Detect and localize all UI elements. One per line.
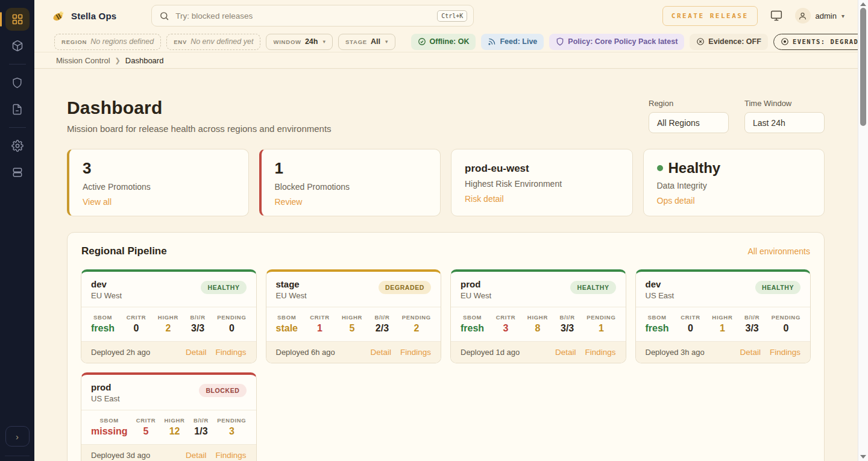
detail-link[interactable]: Detail: [740, 348, 761, 357]
window-filter-pill[interactable]: WINDOW 24h ▾: [266, 34, 333, 50]
scrollbar[interactable]: [858, 0, 868, 461]
stat-col-label: SBOM: [461, 314, 484, 321]
sidebar-divider: [9, 127, 26, 128]
findings-link[interactable]: Findings: [215, 348, 246, 357]
bir-value: 3/3: [744, 323, 760, 334]
scrollbar-down-arrow[interactable]: [860, 455, 866, 459]
pending-value: 1: [587, 323, 615, 334]
bir-value: 3/3: [560, 323, 575, 334]
stat-col-label: HIGHR: [712, 314, 732, 321]
bir-value: 1/3: [193, 426, 209, 437]
deployed-time: Deployed 2h ago: [91, 348, 150, 357]
stat-card-blocked-promotions: 1 Blocked Promotions Review: [259, 149, 441, 216]
user-menu[interactable]: admin ▾: [795, 8, 844, 24]
region-filter-pill[interactable]: REGION No regions defined: [54, 34, 161, 50]
stat-col-label: B/I/R: [744, 314, 760, 321]
regional-pipeline-panel: Regional Pipeline All environments dev E…: [67, 232, 825, 461]
policy-status-badge[interactable]: Policy: Core Policy Pack latest: [549, 34, 684, 50]
env-name: dev: [91, 279, 122, 289]
stat-label: Data Integrity: [657, 181, 811, 190]
findings-link[interactable]: Findings: [770, 348, 800, 357]
stat-col-label: HIGHR: [527, 314, 548, 321]
offline-status-badge[interactable]: Offline: OK: [411, 34, 476, 50]
stat-col-label: HIGHR: [158, 314, 178, 321]
review-link[interactable]: Review: [275, 197, 427, 207]
findings-link[interactable]: Findings: [400, 348, 431, 357]
evidence-status-badge[interactable]: Evidence: OFF: [690, 34, 768, 50]
monitor-icon[interactable]: [770, 10, 783, 22]
breadcrumb-parent[interactable]: Mission Control: [56, 56, 110, 65]
chevron-down-icon: ▾: [322, 39, 326, 45]
region-select[interactable]: All Regions: [649, 112, 729, 133]
critr-value: 0: [681, 323, 700, 334]
shield-icon: [556, 37, 564, 46]
detail-link[interactable]: Detail: [186, 451, 207, 460]
sidebar-expand-button[interactable]: ›: [5, 426, 30, 447]
stage-pill-label: STAGE: [345, 39, 367, 45]
findings-link[interactable]: Findings: [585, 348, 615, 357]
stat-label: Blocked Promotions: [275, 182, 427, 192]
stat-col-label: SBOM: [276, 314, 298, 321]
sidebar-item-security[interactable]: [5, 71, 30, 94]
feed-status-badge[interactable]: Feed: Live: [481, 34, 544, 50]
view-all-link[interactable]: View all: [83, 197, 235, 207]
status-bar: REGION No regions defined ENV No env def…: [34, 31, 858, 52]
window-pill-label: WINDOW: [273, 39, 301, 45]
detail-link[interactable]: Detail: [370, 348, 391, 357]
highr-value: 5: [342, 323, 362, 334]
panel-title: Regional Pipeline: [81, 245, 167, 257]
detail-link[interactable]: Detail: [555, 348, 576, 357]
region-pill-value: No regions defined: [90, 37, 154, 46]
stat-col-label: PENDING: [217, 314, 246, 321]
stat-col-label: CRITR: [496, 314, 516, 321]
document-icon: [11, 104, 23, 115]
all-environments-link[interactable]: All environments: [748, 246, 811, 256]
global-search[interactable]: Ctrl+K: [151, 5, 474, 27]
events-status-badge[interactable]: EVENTS: DEGRADED: [773, 34, 858, 50]
events-status-text: EVENTS: DEGRADED: [793, 38, 858, 45]
brand[interactable]: Stella Ops: [51, 9, 116, 22]
stat-col-label: B/I/R: [560, 314, 575, 321]
stat-col-label: SBOM: [91, 417, 127, 424]
stat-col-label: CRITR: [310, 314, 330, 321]
policy-status-text: Policy: Core Policy Pack latest: [568, 37, 678, 46]
sidebar-item-dashboard[interactable]: [5, 8, 30, 31]
sbom-value: fresh: [461, 323, 484, 334]
time-window-select[interactable]: Last 24h: [744, 112, 825, 133]
region-select-label: Region: [649, 99, 729, 108]
scrollbar-up-arrow[interactable]: [860, 2, 866, 6]
shield-icon: [11, 77, 23, 89]
stage-filter-pill[interactable]: STAGE All ▾: [338, 34, 395, 50]
sidebar-item-infrastructure[interactable]: [5, 161, 30, 184]
stat-card-data-integrity: Healthy Data Integrity Ops detail: [643, 149, 825, 216]
window-pill-value: 24h: [305, 37, 318, 46]
env-name: prod: [461, 279, 491, 289]
highr-value: 12: [165, 426, 185, 437]
findings-link[interactable]: Findings: [215, 451, 246, 460]
env-name: dev: [646, 279, 675, 289]
detail-link[interactable]: Detail: [186, 348, 207, 357]
highr-value: 2: [158, 323, 178, 334]
stat-cards-row: 3 Active Promotions View all 1 Blocked P…: [67, 149, 825, 216]
ops-detail-link[interactable]: Ops detail: [657, 196, 811, 205]
main-area: Stella Ops Ctrl+K CREATE RELEASE admin ▾: [34, 0, 858, 461]
env-pill-value: No env defined yet: [190, 37, 253, 46]
stat-col-label: CRITR: [136, 417, 156, 424]
sidebar-item-documents[interactable]: [5, 98, 30, 121]
risk-detail-link[interactable]: Risk detail: [465, 194, 619, 204]
search-input[interactable]: [175, 11, 431, 20]
bee-logo-icon: [51, 9, 66, 22]
env-region: US East: [91, 394, 120, 403]
scrollbar-thumb[interactable]: [860, 8, 866, 126]
stat-col-label: SBOM: [646, 314, 669, 321]
sidebar-item-settings[interactable]: [5, 134, 30, 157]
env-pill-label: ENV: [174, 39, 187, 45]
time-window-select-label: Time Window: [744, 99, 825, 108]
sidebar-item-releases[interactable]: [5, 34, 30, 57]
env-region: US East: [646, 291, 675, 300]
status-badge: HEALTHY: [201, 281, 246, 294]
create-release-button[interactable]: CREATE RELEASE: [662, 6, 758, 26]
stat-col-label: B/I/R: [374, 314, 389, 321]
grid-icon: [11, 13, 24, 25]
env-filter-pill[interactable]: ENV No env defined yet: [166, 34, 260, 50]
